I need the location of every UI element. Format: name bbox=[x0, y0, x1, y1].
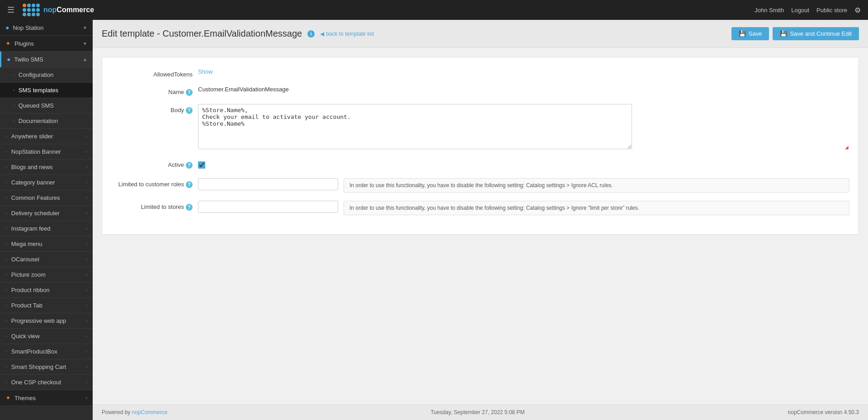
circle-icon: ○ bbox=[5, 227, 8, 231]
allowed-tokens-row: AllowedTokens Show bbox=[111, 68, 849, 78]
limited-to-stores-input[interactable] bbox=[198, 201, 338, 213]
content-area: AllowedTokens Show Name ? Customer.Email… bbox=[93, 48, 868, 404]
chevron-right-icon: › bbox=[86, 180, 87, 185]
chevron-right-icon: › bbox=[86, 288, 87, 293]
save-icon: 💾 bbox=[739, 30, 746, 37]
sidebar-item-configuration[interactable]: ○ Configuration bbox=[0, 67, 93, 83]
page-header: Edit template - Customer.EmailValidation… bbox=[93, 20, 868, 48]
circle-icon: ○ bbox=[5, 273, 8, 277]
limited-to-stores-inline: In order to use this functionality, you … bbox=[198, 201, 849, 215]
chevron-right-icon: › bbox=[86, 149, 87, 154]
sidebar-item-nop-station[interactable]: ● Nop Station ▼ bbox=[0, 20, 93, 36]
sidebar-item-nopstation-banner[interactable]: ○ NopStation Banner › bbox=[0, 144, 93, 160]
page-header-left: Edit template - Customer.EmailValidation… bbox=[102, 28, 374, 39]
sidebar-item-common-features[interactable]: ○ Common Features › bbox=[0, 190, 93, 206]
limited-to-customer-roles-info: In order to use this functionality, you … bbox=[344, 178, 849, 193]
chevron-up-icon: ▲ bbox=[83, 57, 87, 62]
chevron-right-icon: › bbox=[86, 396, 87, 401]
body-help-icon[interactable]: ? bbox=[186, 107, 193, 114]
circle-icon: ○ bbox=[5, 334, 8, 338]
circle-icon: ○ bbox=[5, 134, 8, 138]
name-value: Customer.EmailValidationMessage bbox=[198, 86, 849, 93]
name-help-icon[interactable]: ? bbox=[186, 89, 193, 96]
sidebar-item-mega-menu[interactable]: ○ Mega menu › bbox=[0, 236, 93, 252]
save-and-continue-button[interactable]: 💾 Save and Continue Edit bbox=[773, 27, 859, 40]
bullet-icon: ○ bbox=[13, 104, 15, 108]
top-nav-right: John Smith Logout Public store ⚙ bbox=[755, 6, 861, 14]
settings-icon[interactable]: ⚙ bbox=[854, 6, 861, 14]
logo-area: ☰ nopnopCommerceCommerce bbox=[7, 4, 755, 16]
logout-link[interactable]: Logout bbox=[791, 7, 809, 14]
sidebar: ● Nop Station ▼ ✦ Plugins ▼ ● Twilio SMS… bbox=[0, 20, 93, 420]
public-store-link[interactable]: Public store bbox=[816, 7, 847, 14]
sidebar-item-product-ribbon[interactable]: ○ Product ribbon › bbox=[0, 283, 93, 298]
sidebar-item-progressive-web-app[interactable]: ○ Progressive web app › bbox=[0, 313, 93, 329]
chevron-right-icon: › bbox=[86, 226, 87, 231]
sidebar-item-instagram-feed[interactable]: ○ Instagram feed › bbox=[0, 221, 93, 236]
bullet-icon: ○ bbox=[13, 119, 15, 123]
footer-version: nopCommerce version 4.50.3 bbox=[788, 409, 859, 415]
active-checkbox[interactable] bbox=[198, 161, 205, 169]
limited-to-customer-roles-wrap: In order to use this functionality, you … bbox=[198, 178, 849, 193]
active-row: Active ? bbox=[111, 159, 849, 170]
chevron-right-icon: › bbox=[86, 257, 87, 262]
sidebar-item-documentation[interactable]: ○ Documentation bbox=[0, 113, 93, 129]
chevron-right-icon: › bbox=[86, 364, 87, 369]
hamburger-menu[interactable]: ☰ bbox=[7, 5, 14, 15]
sidebar-item-ocarousel[interactable]: ○ OCarousel › bbox=[0, 252, 93, 267]
sidebar-item-sms-templates[interactable]: ○ SMS templates bbox=[0, 83, 93, 98]
name-display-value: Customer.EmailValidationMessage bbox=[198, 83, 289, 93]
circle-icon: ○ bbox=[5, 242, 8, 246]
limited-to-customer-roles-help-icon[interactable]: ? bbox=[186, 181, 193, 188]
logo-text: nopnopCommerceCommerce bbox=[43, 6, 94, 14]
bullet-icon: ○ bbox=[13, 73, 15, 77]
circle-icon: ○ bbox=[5, 319, 8, 323]
limited-to-customer-roles-inline: In order to use this functionality, you … bbox=[198, 178, 849, 193]
chevron-right-icon: › bbox=[86, 134, 87, 139]
body-label: Body ? bbox=[111, 104, 193, 114]
limited-to-stores-help-icon[interactable]: ? bbox=[186, 204, 193, 211]
sidebar-item-delivery-scheduler[interactable]: ○ Delivery scheduler › bbox=[0, 206, 93, 221]
page-title: Edit template - Customer.EmailValidation… bbox=[102, 28, 302, 39]
sidebar-item-smart-shopping-cart[interactable]: ○ Smart Shopping Cart › bbox=[0, 359, 93, 375]
sidebar-item-blogs-and-news[interactable]: ○ Blogs and news › bbox=[0, 160, 93, 175]
body-row: Body ? %Store.Name%, Check your email to… bbox=[111, 104, 849, 151]
sidebar-item-themes[interactable]: ✦ Themes › bbox=[0, 390, 93, 406]
sidebar-item-plugins[interactable]: ✦ Plugins ▼ bbox=[0, 36, 93, 52]
circle-icon: ○ bbox=[5, 196, 8, 200]
nopcommerce-link[interactable]: nopCommerce bbox=[132, 409, 168, 415]
sidebar-item-picture-zoom[interactable]: ○ Picture zoom › bbox=[0, 267, 93, 283]
plugins-icon: ✦ bbox=[5, 40, 11, 47]
nop-station-icon: ● bbox=[5, 24, 9, 31]
circle-icon: ○ bbox=[5, 211, 8, 215]
footer: Powered by nopCommerce Tuesday, Septembe… bbox=[93, 404, 868, 420]
sidebar-item-anywhere-slider[interactable]: ○ Anywhere slider › bbox=[0, 129, 93, 144]
sidebar-item-one-csp-checkout[interactable]: ○ One CSP checkout › bbox=[0, 375, 93, 390]
back-to-template-list-link[interactable]: ◀ back to template list bbox=[320, 31, 374, 37]
name-label: Name ? bbox=[111, 86, 193, 96]
chevron-right-icon: › bbox=[86, 303, 87, 308]
username-display: John Smith bbox=[755, 7, 784, 14]
sidebar-item-product-tab[interactable]: ○ Product Tab › bbox=[0, 298, 93, 313]
main-content: Edit template - Customer.EmailValidation… bbox=[93, 20, 868, 420]
body-textarea[interactable]: %Store.Name%, Check your email to activa… bbox=[198, 104, 632, 149]
limited-to-customer-roles-input[interactable] bbox=[198, 178, 338, 190]
limited-to-stores-row: Limited to stores ? In order to use this… bbox=[111, 201, 849, 215]
sidebar-item-twilio-sms[interactable]: ● Twilio SMS ▲ bbox=[0, 52, 93, 67]
circle-icon: ○ bbox=[5, 349, 8, 354]
sidebar-item-category-banner[interactable]: ○ Category banner › bbox=[0, 175, 93, 190]
footer-left: Powered by nopCommerce bbox=[102, 409, 167, 415]
save-button[interactable]: 💾 Save bbox=[731, 27, 769, 40]
allowed-tokens-show-link[interactable]: Show bbox=[198, 68, 213, 75]
active-help-icon[interactable]: ? bbox=[186, 162, 193, 169]
chevron-right-icon: › bbox=[86, 334, 87, 339]
sidebar-item-smart-product-box[interactable]: ○ SmartProductBox › bbox=[0, 344, 93, 359]
sidebar-item-queued-sms[interactable]: ○ Queued SMS bbox=[0, 98, 93, 113]
chevron-down-icon: ▼ bbox=[83, 25, 87, 30]
body-field-wrap: %Store.Name%, Check your email to activa… bbox=[198, 104, 849, 151]
chevron-right-icon: › bbox=[86, 272, 87, 277]
allowed-tokens-value: Show bbox=[198, 68, 849, 75]
page-header-actions: 💾 Save 💾 Save and Continue Edit bbox=[731, 27, 859, 40]
circle-icon: ○ bbox=[5, 365, 8, 369]
sidebar-item-quick-view[interactable]: ○ Quick view › bbox=[0, 329, 93, 344]
